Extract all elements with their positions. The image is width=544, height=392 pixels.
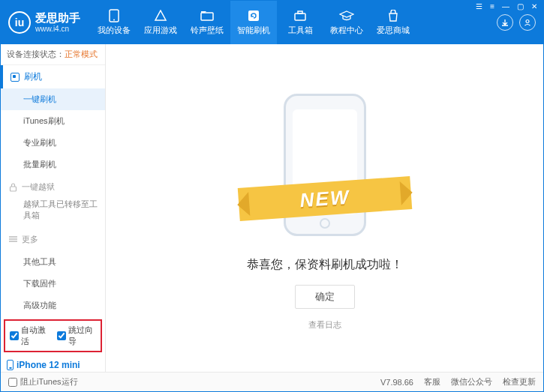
options-highlight: 自动激活 跳过向导 bbox=[4, 319, 102, 352]
success-message: 恭喜您，保资料刷机成功啦！ bbox=[247, 257, 403, 273]
sidebar-item-batch[interactable]: 批量刷机 bbox=[1, 154, 105, 175]
folder-icon bbox=[200, 9, 215, 22]
block-itunes-label: 阻止iTunes运行 bbox=[20, 376, 78, 388]
body: 设备连接状态：正常模式 刷机 一键刷机 iTunes刷机 专业刷机 批量刷机 一… bbox=[1, 44, 543, 372]
tab-label: 刷机 bbox=[24, 70, 42, 83]
wechat-link[interactable]: 微信公众号 bbox=[451, 376, 492, 388]
jailbreak-title: 一键越狱 bbox=[22, 181, 55, 193]
svg-point-1 bbox=[113, 19, 115, 21]
footer: 阻止iTunes运行 V7.98.66 客服 微信公众号 检查更新 bbox=[1, 372, 543, 391]
user-button[interactable] bbox=[519, 14, 536, 31]
nav-tutorials[interactable]: 教程中心 bbox=[323, 1, 370, 44]
check-label: 自动激活 bbox=[21, 325, 50, 347]
more-icon bbox=[8, 235, 17, 244]
skip-guide-checkbox[interactable]: 跳过向导 bbox=[57, 325, 97, 347]
maximize-button[interactable]: ▢ bbox=[515, 2, 525, 10]
sidebar-item-download-fw[interactable]: 下载固件 bbox=[1, 273, 105, 295]
nav-label: 爱思商城 bbox=[377, 25, 410, 36]
more-submenu: 其他工具 下载固件 高级功能 bbox=[1, 251, 105, 316]
app-title: 爱思助手 bbox=[35, 12, 80, 25]
sidebar-item-pro[interactable]: 专业刷机 bbox=[1, 132, 105, 154]
logo: iu 爱思助手 www.i4.cn bbox=[1, 1, 91, 44]
sidebar: 设备连接状态：正常模式 刷机 一键刷机 iTunes刷机 专业刷机 批量刷机 一… bbox=[1, 44, 106, 372]
sidebar-item-other[interactable]: 其他工具 bbox=[1, 251, 105, 273]
header: ☰ ≡ — ▢ ✕ iu 爱思助手 www.i4.cn 我的设备 应用游戏 bbox=[1, 1, 543, 44]
download-button[interactable] bbox=[497, 14, 513, 31]
update-link[interactable]: 检查更新 bbox=[503, 376, 536, 388]
nav-ringtone[interactable]: 铃声壁纸 bbox=[184, 1, 230, 44]
jailbreak-note: 越狱工具已转移至工具箱 bbox=[1, 199, 105, 228]
main-content: NEW 恭喜您，保资料刷机成功啦！ 确定 查看日志 bbox=[106, 44, 543, 372]
ribbon-text: NEW bbox=[299, 185, 350, 212]
nav-my-device[interactable]: 我的设备 bbox=[91, 1, 137, 44]
nav-label: 我的设备 bbox=[98, 25, 131, 36]
close-button[interactable]: ✕ bbox=[530, 2, 539, 10]
sidebar-item-itunes[interactable]: iTunes刷机 bbox=[1, 110, 105, 132]
ok-button[interactable]: 确定 bbox=[295, 285, 355, 309]
svg-rect-3 bbox=[248, 10, 259, 21]
check-label: 跳过向导 bbox=[68, 325, 97, 347]
svg-point-6 bbox=[526, 20, 529, 23]
svg-rect-4 bbox=[295, 13, 305, 20]
app-window: ☰ ≡ — ▢ ✕ iu 爱思助手 www.i4.cn 我的设备 应用游戏 bbox=[0, 0, 544, 392]
nav-label: 教程中心 bbox=[330, 25, 363, 36]
nav-store[interactable]: 爱思商城 bbox=[370, 1, 416, 44]
phone-icon bbox=[107, 9, 122, 22]
sidebar-item-oneclick[interactable]: 一键刷机 bbox=[1, 88, 105, 110]
nav-label: 铃声壁纸 bbox=[191, 25, 224, 36]
logo-icon: iu bbox=[8, 11, 31, 34]
support-link[interactable]: 客服 bbox=[424, 376, 440, 388]
conn-label: 设备连接状态： bbox=[7, 49, 65, 58]
nav-label: 应用游戏 bbox=[144, 25, 177, 36]
nav-apps[interactable]: 应用游戏 bbox=[137, 1, 184, 44]
device-name-row: iPhone 12 mini bbox=[7, 360, 99, 370]
lock-icon bbox=[8, 183, 17, 192]
flash-submenu: 一键刷机 iTunes刷机 专业刷机 批量刷机 bbox=[1, 88, 105, 175]
conn-value: 正常模式 bbox=[65, 49, 98, 58]
nav-flash[interactable]: 智能刷机 bbox=[230, 1, 277, 44]
more-section: 更多 bbox=[1, 228, 105, 251]
device-info[interactable]: iPhone 12 mini 64GB Down-12mini-13,1 bbox=[1, 357, 105, 372]
svg-rect-2 bbox=[201, 13, 213, 20]
refresh-icon bbox=[246, 9, 261, 22]
connection-status: 设备连接状态：正常模式 bbox=[1, 44, 105, 65]
svg-rect-5 bbox=[298, 11, 302, 13]
bag-icon bbox=[386, 9, 401, 22]
jailbreak-section: 一键越狱 bbox=[1, 175, 105, 199]
nav-label: 工具箱 bbox=[288, 25, 313, 36]
graduation-icon bbox=[339, 9, 354, 22]
flash-tab-icon bbox=[11, 73, 20, 82]
toolbox-icon bbox=[293, 9, 308, 22]
sidebar-tab-flash[interactable]: 刷机 bbox=[1, 65, 105, 88]
minimize-button[interactable]: — bbox=[500, 2, 511, 10]
nav-label: 智能刷机 bbox=[237, 25, 270, 36]
nav: 我的设备 应用游戏 铃声壁纸 智能刷机 工具箱 教程中心 bbox=[91, 1, 489, 44]
menu-icon[interactable]: ☰ bbox=[474, 2, 484, 10]
apps-icon bbox=[153, 9, 168, 22]
new-ribbon: NEW bbox=[237, 176, 412, 221]
nav-toolbox[interactable]: 工具箱 bbox=[277, 1, 323, 44]
version-label: V7.98.66 bbox=[380, 378, 413, 387]
device-phone-icon bbox=[7, 360, 14, 370]
block-itunes-checkbox[interactable]: 阻止iTunes运行 bbox=[8, 376, 78, 388]
svg-rect-7 bbox=[10, 187, 16, 191]
device-name: iPhone 12 mini bbox=[17, 360, 80, 370]
more-title: 更多 bbox=[22, 234, 38, 245]
window-controls: ☰ ≡ — ▢ ✕ bbox=[474, 2, 539, 10]
skin-icon[interactable]: ≡ bbox=[488, 2, 496, 10]
sidebar-item-advanced[interactable]: 高级功能 bbox=[1, 295, 105, 316]
phone-illustration: NEW bbox=[257, 86, 392, 244]
view-log-link[interactable]: 查看日志 bbox=[308, 319, 341, 331]
auto-activate-checkbox[interactable]: 自动激活 bbox=[10, 325, 50, 347]
app-subtitle: www.i4.cn bbox=[35, 25, 80, 33]
